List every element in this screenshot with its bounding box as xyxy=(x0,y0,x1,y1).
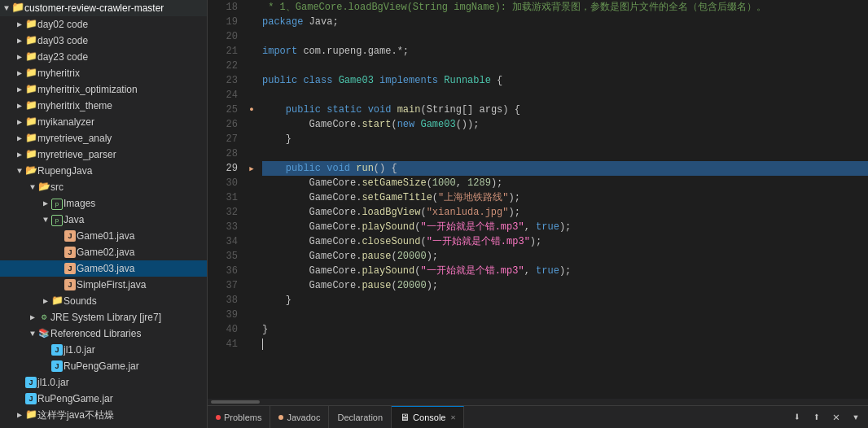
gutter-marker xyxy=(244,220,259,234)
gutter-marker xyxy=(244,176,259,190)
root-folder-icon: 📁 xyxy=(11,2,24,15)
gutter-marker xyxy=(244,0,259,15)
sidebar-item-java-pkg[interactable]: ▼ p Java xyxy=(0,212,207,228)
code-line-31: GameCore.setGameTitle("上海地铁路线"); xyxy=(262,190,868,205)
item-label: myretrieve_parser xyxy=(37,149,204,160)
jar-icon: J xyxy=(50,343,64,356)
line-num: 22 xyxy=(208,59,244,73)
maximize-icon[interactable]: ⬆ xyxy=(808,408,826,426)
sidebar-item-zheyang[interactable]: ▶ 📁 这样学java不枯燥 xyxy=(0,407,207,423)
editor-content[interactable]: 18 19 20 21 22 23 24 25 26 27 28 29 30 3… xyxy=(208,0,868,399)
chevron-icon: ▶ xyxy=(15,101,24,111)
item-label: Game03.java xyxy=(77,263,204,274)
chevron-icon: ▶ xyxy=(15,36,24,46)
scrollbar-thumb[interactable] xyxy=(211,400,260,404)
item-label: 这样学java不枯燥 xyxy=(37,408,204,422)
root-label: customer-review-crawler-master xyxy=(24,2,204,14)
code-lines[interactable]: * 1、GameCore.loadBgView(String imgName):… xyxy=(259,0,868,399)
sidebar-item-rupeng-game-2[interactable]: ▶ J RuPengGame.jar xyxy=(0,391,207,407)
item-label: Game01.java xyxy=(77,230,204,242)
view-menu-icon[interactable]: ▾ xyxy=(847,408,865,426)
tab-declaration[interactable]: Declaration xyxy=(329,406,392,428)
folder-icon: 📁 xyxy=(24,67,37,80)
item-label: myheritrix_theme xyxy=(37,100,204,111)
item-label: day02 code xyxy=(37,19,204,30)
sidebar-item-jre[interactable]: ▶ ⚙ JRE System Library [jre7] xyxy=(0,309,207,325)
code-container: 18 19 20 21 22 23 24 25 26 27 28 29 30 3… xyxy=(208,0,868,399)
code-line-24 xyxy=(262,88,868,103)
sidebar-item-jl10-1[interactable]: ▶ J jl1.0.jar xyxy=(0,342,207,358)
sidebar-item-ref-libs[interactable]: ▼ 📚 Referenced Libraries xyxy=(0,325,207,342)
folder-icon: 📁 xyxy=(24,18,37,31)
sidebar-item-game01[interactable]: ▶ J Game01.java xyxy=(0,228,207,244)
src-folder-icon: 📂 xyxy=(37,181,50,194)
gutter-marker xyxy=(244,278,259,293)
sidebar-item-myheritrix-opt[interactable]: ▶ 📁 myheritrix_optimization xyxy=(0,81,207,98)
sidebar: ▼ 📁 customer-review-crawler-master ▶ 📁 d… xyxy=(0,0,208,428)
sidebar-root[interactable]: ▼ 📁 customer-review-crawler-master xyxy=(0,0,207,16)
main-layout: ▼ 📁 customer-review-crawler-master ▶ 📁 d… xyxy=(0,0,868,428)
folder-icon: 📁 xyxy=(50,295,64,308)
sidebar-item-myheritrix-theme[interactable]: ▶ 📁 myheritrix_theme xyxy=(0,98,207,114)
folder-icon: 📁 xyxy=(24,50,37,63)
minimize-icon[interactable]: ⬇ xyxy=(788,408,806,426)
code-line-19: package Java; xyxy=(262,15,868,29)
jre-icon: ⚙ xyxy=(37,311,50,324)
sidebar-item-day02[interactable]: ▶ 📁 day02 code xyxy=(0,16,207,33)
gutter-marker xyxy=(244,44,259,59)
line-num: 31 xyxy=(208,190,244,205)
package-icon: p xyxy=(50,197,64,210)
sidebar-item-jl10-2[interactable]: ▶ J jl1.0.jar xyxy=(0,374,207,391)
item-label: Java xyxy=(64,214,204,225)
sidebar-item-src[interactable]: ▼ 📂 src xyxy=(0,179,207,195)
gutter-marker xyxy=(244,308,259,322)
sidebar-item-day23[interactable]: ▶ 📁 day23 code xyxy=(0,49,207,65)
sidebar-item-myretrieve-parser[interactable]: ▶ 📁 myretrieve_parser xyxy=(0,146,207,163)
code-line-18: * 1、GameCore.loadBgView(String imgName):… xyxy=(262,0,868,15)
sidebar-item-day03[interactable]: ▶ 📁 day03 code xyxy=(0,33,207,49)
gutter-marker xyxy=(244,15,259,29)
close-view-icon[interactable]: ✕ xyxy=(827,408,845,426)
sidebar-item-rupeng-java[interactable]: ▼ 📂 RupengJava xyxy=(0,163,207,179)
line-num: 18 xyxy=(208,0,244,15)
gutter-marker xyxy=(244,249,259,264)
java-file-icon: J xyxy=(64,278,77,291)
package-icon: p xyxy=(50,213,64,226)
horizontal-scrollbar[interactable] xyxy=(208,399,868,405)
item-label: jl1.0.jar xyxy=(64,344,204,356)
sidebar-item-myretrieve-analy[interactable]: ▶ 📁 myretrieve_analy xyxy=(0,130,207,146)
sidebar-item-game02[interactable]: ▶ J Game02.java xyxy=(0,244,207,260)
java-file-icon: J xyxy=(64,246,77,259)
jar-icon: J xyxy=(24,392,37,405)
line-num: 25 xyxy=(208,103,244,117)
gutter-marker xyxy=(244,73,259,88)
gutter-marker xyxy=(244,293,259,308)
gutter-marker: ● xyxy=(244,103,259,117)
line-num: 26 xyxy=(208,117,244,132)
tab-problems[interactable]: Problems xyxy=(208,406,270,428)
code-line-41 xyxy=(262,337,868,352)
chevron-icon: ▼ xyxy=(2,4,11,13)
sidebar-item-images[interactable]: ▶ p Images xyxy=(0,195,207,212)
sidebar-item-game03[interactable]: ▶ J Game03.java xyxy=(0,260,207,277)
code-line-26: GameCore.start(new Game03()); xyxy=(262,117,868,132)
tab-console[interactable]: 🖥 Console ✕ xyxy=(392,406,464,428)
gutter-marker xyxy=(244,337,259,352)
code-line-23: public class Game03 implements Runnable … xyxy=(262,73,868,88)
chevron-icon: ▶ xyxy=(15,410,24,420)
sidebar-item-simplefirst[interactable]: ▶ J SimpleFirst.java xyxy=(0,277,207,293)
chevron-icon: ▼ xyxy=(28,330,37,338)
line-num: 39 xyxy=(208,308,244,322)
sidebar-item-myikanalyzer[interactable]: ▶ 📁 myikanalyzer xyxy=(0,114,207,130)
item-label: day03 code xyxy=(37,35,204,46)
line-num: 24 xyxy=(208,88,244,103)
sidebar-item-sounds[interactable]: ▶ 📁 Sounds xyxy=(0,293,207,309)
code-line-32: GameCore.loadBgView("xianluda.jpg"); xyxy=(262,205,868,220)
sidebar-item-rupeng-game-1[interactable]: ▶ J RuPengGame.jar xyxy=(0,358,207,374)
sidebar-item-myheritrix[interactable]: ▶ 📁 myheritrix xyxy=(0,65,207,81)
line-num: 33 xyxy=(208,220,244,234)
chevron-icon: ▼ xyxy=(28,183,37,192)
line-num: 34 xyxy=(208,234,244,249)
tab-javadoc[interactable]: Javadoc xyxy=(270,406,329,428)
code-line-28 xyxy=(262,146,868,161)
